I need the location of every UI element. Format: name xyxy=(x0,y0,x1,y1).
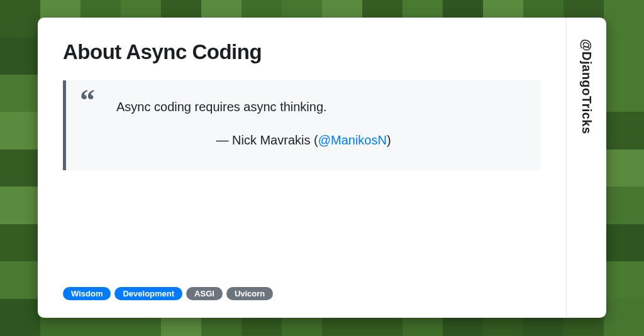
quote-attribution: — Nick Mavrakis (@ManikosN) xyxy=(87,133,519,148)
page-title: About Async Coding xyxy=(63,40,541,64)
sidebar: @DjangoTricks xyxy=(566,18,606,318)
tag-development[interactable]: Development xyxy=(114,287,182,300)
author-prefix: — Nick Mavrakis ( xyxy=(216,133,318,147)
tag-list: WisdomDevelopmentASGIUvicorn xyxy=(63,287,273,300)
main-panel: About Async Coding “ Async coding requir… xyxy=(38,18,566,318)
content-card: About Async Coding “ Async coding requir… xyxy=(38,18,606,318)
tag-asgi[interactable]: ASGI xyxy=(186,287,223,300)
quote-text: Async coding requires async thinking. xyxy=(116,98,519,116)
author-handle-link[interactable]: @ManikosN xyxy=(318,133,387,147)
quote-block: “ Async coding requires async thinking. … xyxy=(63,80,541,170)
quote-mark-icon: “ xyxy=(80,85,95,116)
tag-wisdom[interactable]: Wisdom xyxy=(63,287,111,300)
author-suffix: ) xyxy=(387,133,391,147)
sidebar-handle[interactable]: @DjangoTricks xyxy=(579,39,594,134)
tag-uvicorn[interactable]: Uvicorn xyxy=(226,287,273,300)
